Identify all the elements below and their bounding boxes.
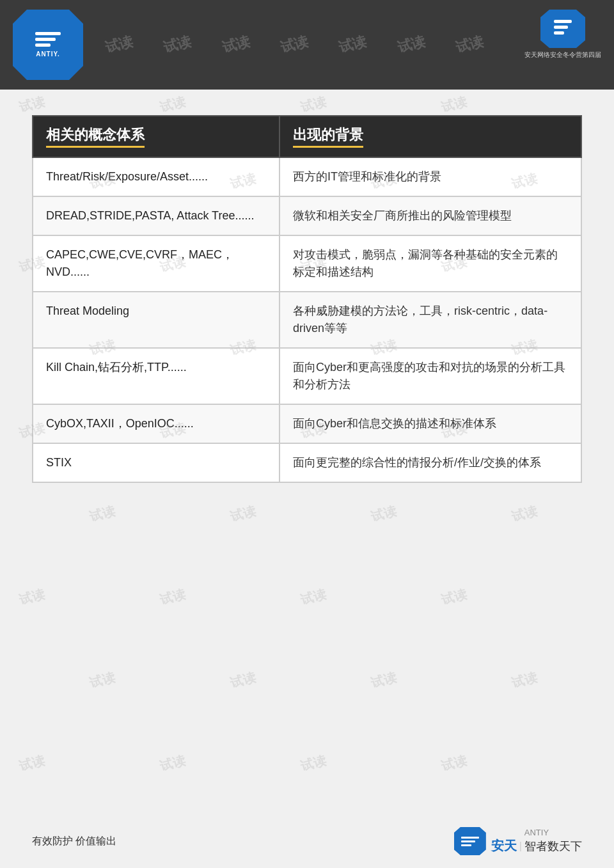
table-cell-left: CybOX,TAXII，OpenIOC...... — [33, 404, 279, 443]
watermark: 试读 — [219, 32, 251, 58]
company-subtitle: 安天网络安全冬令营第四届 — [524, 51, 601, 59]
footer-left-text: 有效防护 价值输出 — [32, 835, 116, 848]
footer-right: ANTIY 安天 | 智者数天下 — [454, 827, 582, 855]
table-cell-left: Threat/Risk/Exposure/Asset...... — [33, 157, 279, 196]
table-cell-left: Kill Chain,钻石分析,TTP...... — [33, 348, 279, 404]
right-logo-icon — [540, 10, 585, 48]
footer-logo-stripe — [461, 837, 479, 839]
table-row: CybOX,TAXII，OpenIOC......面向Cyber和信息交换的描述… — [33, 404, 581, 443]
footer-logo-stripes — [461, 837, 479, 846]
col2-header: 出现的背景 — [279, 116, 581, 157]
table-cell-right: 面向Cyber和更高强度的攻击和对抗的场景的分析工具和分析方法 — [279, 348, 581, 404]
watermark: 试读 — [395, 32, 427, 58]
col1-header: 相关的概念体系 — [33, 116, 279, 157]
footer-logo-stripe — [461, 840, 475, 842]
watermark: 试读 — [161, 32, 193, 58]
logo-stripe — [554, 31, 564, 35]
table-cell-right: 对攻击模式，脆弱点，漏洞等各种基础的安全元素的标定和描述结构 — [279, 235, 581, 292]
table-cell-left: DREAD,STRIDE,PASTA, Attack Tree...... — [33, 196, 279, 235]
header: ANTIY. 试读 试读 试读 试读 试读 试读 试读 安天网络安全冬令营第四届 — [0, 0, 614, 90]
table-cell-right: 微软和相关安全厂商所推出的风险管理模型 — [279, 196, 581, 235]
right-logo-stripes — [554, 20, 572, 35]
table-row: Threat/Risk/Exposure/Asset......西方的IT管理和… — [33, 157, 581, 196]
table-cell-right: 面向更完整的综合性的情报分析/作业/交换的体系 — [279, 443, 581, 482]
table-cell-left: Threat Modeling — [33, 292, 279, 348]
main-content: 相关的概念体系 出现的背景 Threat/Risk/Exposure/Asset… — [0, 90, 614, 868]
watermark: 试读 — [453, 32, 485, 58]
table-cell-left: STIX — [33, 443, 279, 482]
table-row: Kill Chain,钻石分析,TTP......面向Cyber和更高强度的攻击… — [33, 348, 581, 404]
table-cell-right: 西方的IT管理和标准化的背景 — [279, 157, 581, 196]
logo-stripe — [554, 20, 572, 23]
header-watermarks: 试读 试读 试读 试读 试读 试读 试读 — [0, 0, 614, 90]
table-row: Threat Modeling各种威胁建模的方法论，工具，risk-centri… — [33, 292, 581, 348]
footer-brand-text2: 智者数天下 — [524, 839, 582, 854]
table-cell-right: 面向Cyber和信息交换的描述和标准体系 — [279, 404, 581, 443]
table-cell-left: CAPEC,CWE,CVE,CVRF，MAEC，NVD...... — [33, 235, 279, 292]
concepts-table: 相关的概念体系 出现的背景 Threat/Risk/Exposure/Asset… — [32, 115, 582, 483]
table-row: STIX面向更完整的综合性的情报分析/作业/交换的体系 — [33, 443, 581, 482]
footer-brand: ANTIY 安天 | 智者数天下 — [491, 828, 582, 855]
footer-logo-stripe — [461, 844, 471, 846]
footer-logo-icon — [454, 827, 486, 855]
watermark: 试读 — [336, 32, 368, 58]
header-right-logo: 安天网络安全冬令营第四届 — [524, 10, 601, 59]
table-row: CAPEC,CWE,CVE,CVRF，MAEC，NVD......对攻击模式，脆… — [33, 235, 581, 292]
watermark: 试读 — [278, 32, 310, 58]
table-row: DREAD,STRIDE,PASTA, Attack Tree......微软和… — [33, 196, 581, 235]
footer: 有效防护 价值输出 ANTIY 安天 | 智者数天下 — [32, 827, 582, 855]
footer-brand-text1: 安天 — [491, 837, 517, 855]
table-cell-right: 各种威胁建模的方法论，工具，risk-centric，data-driven等等 — [279, 292, 581, 348]
logo-stripe — [554, 26, 568, 29]
watermark: 试读 — [103, 32, 135, 58]
